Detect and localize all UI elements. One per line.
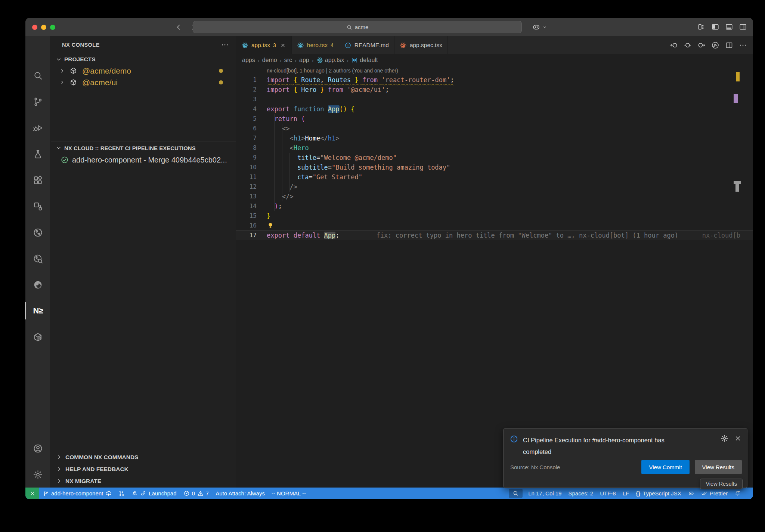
chevron-right-icon[interactable]	[59, 68, 65, 74]
chevron-right-icon[interactable]	[59, 79, 65, 86]
sidebar-section-help-and-feedback[interactable]: HELP AND FEEDBACK	[51, 463, 236, 475]
activity-item-explorer[interactable]	[25, 36, 50, 62]
editor-action-nav-back-circle-icon[interactable]	[670, 41, 678, 49]
code-line-5[interactable]: 5 return (	[236, 114, 753, 124]
project-item[interactable]: @acme/demo	[51, 65, 236, 77]
activity-item-pipeline-search[interactable]	[25, 245, 50, 272]
command-center-search[interactable]: acme	[193, 21, 522, 33]
activity-item-source-control[interactable]	[25, 89, 50, 115]
toggle-secondary-sidebar-icon[interactable]	[739, 23, 747, 31]
close-window-button[interactable]	[32, 25, 37, 30]
status-auto-attach[interactable]: Auto Attach: Always	[212, 488, 268, 499]
status-eol[interactable]: LF	[619, 488, 633, 499]
status-zoom-indicator[interactable]	[509, 489, 523, 498]
git-branch-icon	[43, 490, 49, 497]
activity-item-testing[interactable]	[25, 141, 50, 167]
breadcrumb-demo[interactable]: demo	[262, 57, 277, 64]
sidebar-section-common-nx-commands[interactable]: COMMON NX COMMANDS	[51, 451, 236, 463]
status-notifications-bell[interactable]	[731, 488, 744, 499]
codelens-blame[interactable]: nx-cloud[bot], 1 hour ago | 2 authors (Y…	[236, 66, 753, 75]
tab-app.tsx[interactable]: app.tsx 3	[236, 36, 292, 54]
activity-item-nx-workspace[interactable]	[25, 193, 50, 219]
activity-item-account[interactable]	[25, 435, 50, 461]
code-line-17[interactable]: 17export default App;fix: correct typo i…	[236, 231, 753, 240]
pipeline-execution-item[interactable]: add-hero-component - Merge 409b44e5cb02.…	[51, 154, 236, 166]
code-line-3[interactable]: 3	[236, 95, 753, 104]
code-line-10[interactable]: 10 subtitle="Build something amazing tod…	[236, 163, 753, 172]
status-cursor-position[interactable]: Ln 17, Col 19	[525, 488, 565, 499]
status-formatter[interactable]: Prettier	[698, 488, 731, 499]
status-git-branch-status[interactable]: add-hero-component	[39, 488, 115, 499]
code-line-14[interactable]: 14 );	[236, 201, 753, 211]
breadcrumb-app[interactable]: app	[299, 57, 309, 64]
chevron-down-icon[interactable]	[542, 24, 548, 30]
code-line-11[interactable]: 11 cta="Get Started"	[236, 172, 753, 182]
status-copilot-status[interactable]	[685, 488, 698, 499]
view-commit-button[interactable]: View Commit	[641, 460, 689, 474]
code-line-16[interactable]: 16	[236, 221, 753, 231]
code-line-4[interactable]: 4export function App() {	[236, 104, 753, 114]
notification-close-icon[interactable]	[734, 434, 742, 442]
activity-item-extensions[interactable]	[25, 167, 50, 193]
status-language-mode[interactable]: {}TypeScript JSX	[632, 488, 684, 499]
history-back-button[interactable]	[175, 23, 183, 31]
zoom-window-button[interactable]	[50, 25, 55, 30]
editor-action-nav-dash-circle-icon[interactable]	[684, 41, 692, 49]
code-line-15[interactable]: 15}	[236, 211, 753, 221]
editor-action-split-icon[interactable]	[725, 41, 733, 49]
tab-README.md[interactable]: README.md	[339, 36, 394, 54]
project-item[interactable]: @acme/ui	[51, 77, 236, 88]
toggle-panel-icon[interactable]	[725, 23, 733, 31]
close-tab-icon[interactable]	[280, 42, 286, 49]
status-problems[interactable]: 07	[180, 488, 213, 499]
sidebar-section-nx-migrate[interactable]: NX MIGRATE	[51, 475, 236, 487]
search-icon	[33, 71, 43, 81]
breadcrumb-default[interactable]: default	[351, 57, 378, 64]
notification-settings-icon[interactable]	[721, 434, 728, 442]
react-icon	[297, 42, 304, 49]
code-line-6[interactable]: 6 <>	[236, 124, 753, 133]
activity-item-nx-console[interactable]: N≥	[25, 298, 50, 324]
tab-app.spec.tsx[interactable]: app.spec.tsx	[394, 36, 448, 54]
activity-item-package-explorer[interactable]	[25, 324, 50, 350]
code-line-2[interactable]: 2import { Hero } from '@acme/ui';	[236, 85, 753, 95]
remote-indicator[interactable]	[25, 488, 39, 499]
code-line-8[interactable]: 8 <Hero	[236, 143, 753, 153]
react-icon	[400, 42, 407, 49]
nx-cloud-section-header[interactable]: NX CLOUD :: RECENT CI PIPELINE EXECUTION…	[51, 142, 236, 154]
projects-section-header[interactable]: PROJECTS	[51, 53, 236, 65]
code-editor[interactable]: nx-cloud[bot], 1 hour ago | 2 authors (Y…	[236, 66, 753, 488]
vscode-window: acme N≥ NX CONSOLE PROJECTS @acme/demo @…	[25, 18, 753, 499]
status-source-control-graph[interactable]	[115, 488, 128, 499]
customize-layout-icon[interactable]	[697, 23, 706, 31]
copilot-icon[interactable]	[532, 23, 541, 31]
view-results-button[interactable]: View Results	[695, 460, 742, 474]
activity-item-run-and-debug[interactable]	[25, 115, 50, 141]
code-line-13[interactable]: 13 </>	[236, 192, 753, 201]
activity-item-settings[interactable]	[25, 461, 50, 488]
activity-item-edge-browser[interactable]	[25, 272, 50, 298]
code-line-9[interactable]: 9 title="Welcome @acme/demo"	[236, 153, 753, 163]
editor-action-more-icon[interactable]	[739, 41, 747, 49]
tab-hero.tsx[interactable]: hero.tsx 4	[292, 36, 339, 54]
minimize-window-button[interactable]	[41, 25, 46, 30]
breadcrumb-apps[interactable]: apps	[242, 57, 255, 64]
status-vim-mode[interactable]: -- NORMAL --	[268, 488, 309, 499]
chevron-down-icon	[55, 56, 62, 63]
code-line-7[interactable]: 7 <h1>Home</h1>	[236, 133, 753, 143]
toggle-primary-sidebar-icon[interactable]	[711, 23, 719, 31]
activity-item-pipeline[interactable]	[25, 219, 50, 245]
lightbulb-icon[interactable]	[267, 222, 274, 229]
code-line-12[interactable]: 12 />	[236, 182, 753, 192]
status-launchpad[interactable]: Launchpad	[128, 488, 180, 499]
editor-action-run-circle-icon[interactable]	[711, 41, 719, 49]
activity-item-search[interactable]	[25, 62, 50, 89]
breadcrumb-src[interactable]: src	[284, 57, 292, 64]
status-indentation[interactable]: Spaces: 2	[565, 488, 597, 499]
editor-action-nav-fwd-circle-icon[interactable]	[697, 41, 706, 49]
overview-ruler-warning-mark	[736, 72, 740, 81]
status-encoding[interactable]: UTF-8	[597, 488, 619, 499]
breadcrumb-app.tsx[interactable]: app.tsx	[316, 57, 344, 64]
code-line-1[interactable]: 1import { Route, Routes } from 'react-ro…	[236, 75, 753, 85]
sidebar-more-actions-icon[interactable]	[221, 41, 229, 49]
